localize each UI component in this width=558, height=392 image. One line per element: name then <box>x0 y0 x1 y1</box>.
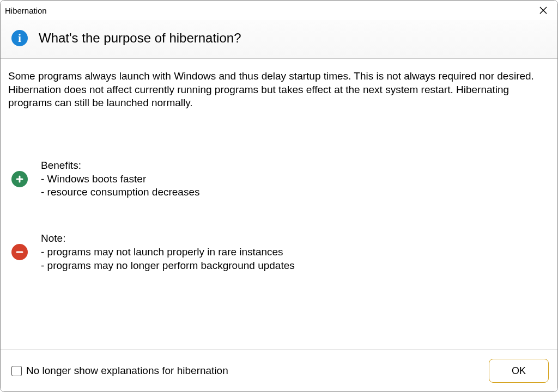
notes-text: Note: - programs may not launch properly… <box>41 232 295 272</box>
dont-show-checkbox[interactable]: No longer show explanations for hibernat… <box>11 365 228 377</box>
minus-icon <box>11 244 28 260</box>
checkbox-label: No longer show explanations for hibernat… <box>26 365 228 377</box>
close-icon <box>539 6 548 15</box>
ok-button-label: OK <box>512 365 526 377</box>
info-icon: i <box>11 30 28 46</box>
plus-icon <box>11 171 28 187</box>
close-button[interactable] <box>536 3 551 18</box>
description-text: Some programs always launch with Windows… <box>8 70 550 110</box>
checkbox-box[interactable] <box>11 366 22 376</box>
ok-button[interactable]: OK <box>489 359 549 383</box>
window-title: Hibernation <box>5 6 47 15</box>
dialog-heading: What's the purpose of hibernation? <box>39 30 241 46</box>
dialog-window: Hibernation i What's the purpose of hibe… <box>0 0 558 392</box>
titlebar: Hibernation <box>1 1 557 20</box>
benefits-section: Benefits: - Windows boots faster - resou… <box>8 159 550 199</box>
notes-section: Note: - programs may not launch properly… <box>8 232 550 272</box>
dialog-body: Some programs always launch with Windows… <box>1 59 557 350</box>
footer: No longer show explanations for hibernat… <box>1 350 557 391</box>
header: i What's the purpose of hibernation? <box>1 20 557 59</box>
benefits-text: Benefits: - Windows boots faster - resou… <box>41 159 199 199</box>
